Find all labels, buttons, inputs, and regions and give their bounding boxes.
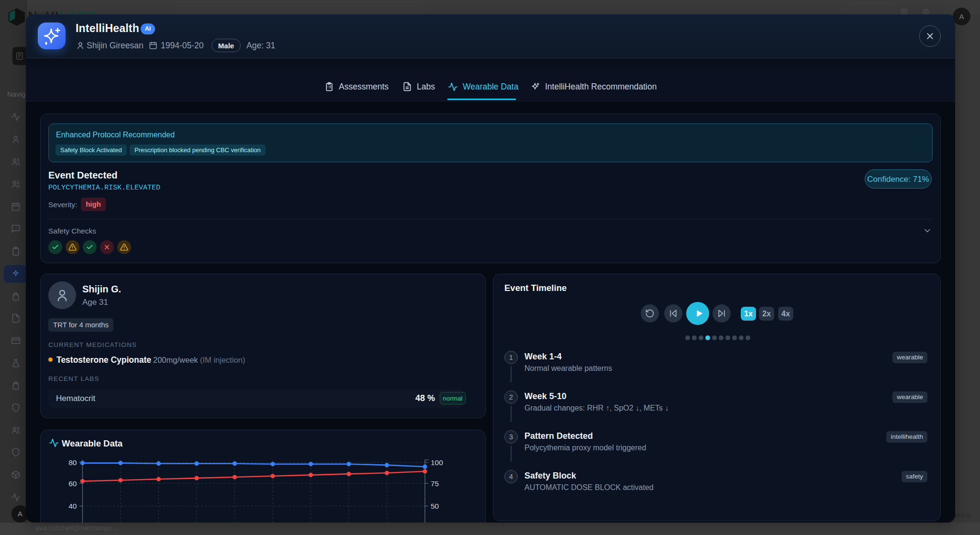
svg-text:60: 60 bbox=[68, 479, 77, 488]
svg-text:75: 75 bbox=[431, 479, 439, 488]
svg-text:40: 40 bbox=[68, 502, 77, 510]
svg-text:50: 50 bbox=[431, 502, 439, 510]
svg-text:100: 100 bbox=[431, 458, 443, 467]
svg-text:80: 80 bbox=[68, 458, 77, 467]
